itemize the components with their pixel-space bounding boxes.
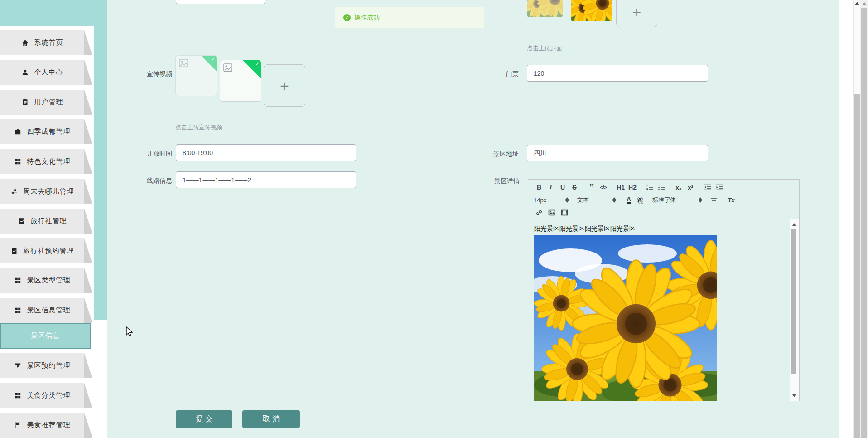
- sidebar-item-scenic-booking[interactable]: 景区预约管理: [0, 353, 84, 378]
- image-icon[interactable]: [546, 208, 557, 218]
- sidebar-item-seasons[interactable]: 四季成都管理: [0, 119, 84, 144]
- route-info-input[interactable]: [176, 171, 356, 188]
- block-format-select[interactable]: 文本: [577, 196, 616, 204]
- browser-scrollbar[interactable]: [860, 0, 868, 438]
- inner-scrollbar-thumb[interactable]: [854, 94, 860, 438]
- mouse-cursor: [125, 326, 135, 337]
- underline-icon[interactable]: U: [557, 182, 568, 192]
- font-size-select[interactable]: 14px: [534, 197, 569, 204]
- video-file-card-2[interactable]: ✓: [220, 60, 261, 102]
- strikethrough-icon[interactable]: S: [569, 182, 580, 192]
- editor-content[interactable]: 阳光景区阳光景区阳光景区阳光景区: [528, 219, 799, 401]
- sliders-icon: [10, 188, 18, 195]
- scroll-up-icon[interactable]: [792, 223, 796, 226]
- rich-text-editor: B I U S ” </> H1 H2 x₂ x²: [528, 179, 800, 401]
- success-check-icon: ✓: [343, 14, 351, 21]
- success-alert: ✓ 操作成功: [335, 7, 484, 28]
- detail-label: 景区详情: [474, 177, 520, 185]
- browser-scrollbar-thumb[interactable]: [861, 8, 867, 438]
- app-window: ✓ 操作成功 + 点击上传封面 宣传视频 ✓: [0, 0, 868, 438]
- cover-thumbnail-2[interactable]: [571, 0, 612, 21]
- font-family-select[interactable]: 标准字体: [652, 196, 702, 204]
- briefcase-icon: [14, 128, 22, 136]
- sidebar-item-weekend[interactable]: 周末去哪儿管理: [0, 179, 84, 204]
- ordered-list-icon[interactable]: [644, 182, 655, 192]
- route-info-label: 线路信息: [127, 177, 172, 185]
- grid-icon: [14, 392, 22, 399]
- blockquote-icon[interactable]: ”: [586, 182, 597, 192]
- page-inner-scrollbar[interactable]: [853, 0, 861, 438]
- sidebar-item-culture[interactable]: 特色文化管理: [0, 149, 84, 174]
- sidebar-item-users[interactable]: 用户管理: [0, 90, 84, 115]
- video-icon[interactable]: [559, 208, 570, 218]
- align-icon[interactable]: [709, 195, 719, 205]
- sidebar-item-scenic-info-mgmt[interactable]: 景区信息管理: [0, 298, 84, 323]
- upload-success-check-icon: ✓: [255, 61, 260, 67]
- superscript-icon[interactable]: x²: [685, 182, 696, 192]
- sidebar-item-agency[interactable]: 旅行社管理: [0, 209, 84, 234]
- text-color-icon[interactable]: A: [623, 195, 634, 205]
- chart-icon: [18, 217, 25, 225]
- home-icon: [21, 39, 29, 47]
- sidebar-item-agency-booking[interactable]: 旅行社预约管理: [0, 238, 84, 263]
- open-time-input[interactable]: [176, 144, 356, 161]
- address-input[interactable]: [527, 145, 708, 161]
- success-alert-text: 操作成功: [354, 14, 380, 22]
- address-label: 景区地址: [473, 150, 519, 158]
- broken-image-icon: [179, 59, 189, 68]
- editor-text: 阳光景区阳光景区阳光景区阳光景区: [534, 225, 636, 233]
- submit-button[interactable]: 提交: [176, 410, 232, 428]
- clipboard-icon: [21, 98, 29, 106]
- scroll-up-icon[interactable]: [862, 2, 867, 5]
- bullet-list-icon[interactable]: [656, 182, 667, 192]
- header-1-icon[interactable]: H1: [615, 182, 626, 192]
- open-time-label: 开放时间: [127, 150, 172, 158]
- cover-upload-hint: 点击上传封面: [527, 44, 562, 53]
- sidebar-item-profile[interactable]: 个人中心: [0, 60, 84, 85]
- outdent-icon[interactable]: [702, 182, 713, 192]
- grid-icon: [14, 307, 22, 314]
- sidebar-item-food-categories[interactable]: 美食分类管理: [0, 383, 84, 408]
- sidebar-header: [0, 0, 107, 26]
- scroll-up-icon[interactable]: [855, 2, 859, 5]
- bold-icon[interactable]: B: [534, 182, 545, 192]
- sidebar-item-scenic-types[interactable]: 景区类型管理: [0, 268, 84, 293]
- filter-icon: [14, 362, 22, 370]
- header-2-icon[interactable]: H2: [627, 182, 638, 192]
- background-color-icon[interactable]: A: [634, 195, 645, 205]
- detail-sunflower-image: [534, 235, 717, 401]
- top-cutoff-input[interactable]: [176, 0, 265, 4]
- ticket-input[interactable]: [527, 65, 708, 82]
- video-upload-hint: 点击上传宣传视频: [175, 123, 222, 131]
- cover-upload-button[interactable]: +: [616, 0, 657, 27]
- cancel-button[interactable]: 取消: [242, 410, 300, 428]
- scroll-down-icon[interactable]: [792, 394, 796, 397]
- sidebar-accent-strip: [94, 26, 107, 320]
- video-upload-button[interactable]: +: [264, 64, 305, 107]
- grid-icon: [14, 277, 22, 284]
- clipboard-check-icon: [10, 247, 18, 255]
- grid-icon: [14, 158, 22, 165]
- clean-format-icon[interactable]: Tx: [726, 195, 737, 205]
- editor-scrollbar[interactable]: [790, 219, 799, 401]
- content-right-margin: [839, 0, 853, 438]
- video-file-card-1[interactable]: ✓: [175, 55, 217, 96]
- sidebar-item-home[interactable]: 系统首页: [0, 30, 84, 55]
- video-label: 宣传视频: [127, 70, 172, 78]
- subscript-icon[interactable]: x₂: [673, 182, 684, 192]
- code-block-icon[interactable]: </>: [598, 182, 609, 192]
- sidebar-item-food-recommend[interactable]: 美食推荐管理: [0, 413, 84, 438]
- sidebar-item-scenic-info-selected[interactable]: 景区信息: [0, 323, 91, 349]
- italic-icon[interactable]: I: [545, 182, 556, 192]
- indent-icon[interactable]: [714, 182, 725, 192]
- flag-icon: [14, 421, 22, 429]
- editor-toolbar: B I U S ” </> H1 H2 x₂ x²: [528, 180, 799, 219]
- editor-scrollbar-thumb[interactable]: [791, 229, 796, 374]
- link-icon[interactable]: [534, 208, 545, 218]
- ticket-label: 门票: [473, 70, 519, 78]
- person-icon: [21, 68, 29, 76]
- cover-thumbnail-1[interactable]: [527, 0, 563, 17]
- broken-image-icon: [223, 63, 233, 73]
- upload-success-check-icon: ✓: [211, 56, 215, 63]
